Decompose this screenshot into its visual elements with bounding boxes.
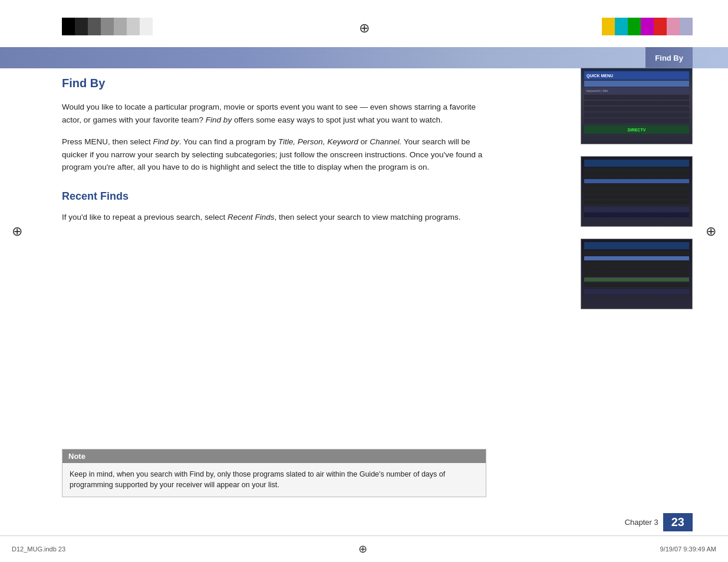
note-header: Note <box>62 449 486 463</box>
color-bar-mid-gray <box>101 18 114 35</box>
top-registration-area: ⊕ <box>0 6 728 47</box>
color-bars-left <box>62 18 153 35</box>
bottom-left-file-info: D12_MUG.indb 23 <box>12 546 65 553</box>
bottom-strip: D12_MUG.indb 23 ⊕ 9/19/07 9:39:49 AM <box>0 535 728 562</box>
find-by-title: Find By <box>62 77 486 90</box>
sidebar-image-find-by-menu: QUICK MENU keyword | title DIRECTV <box>581 68 693 144</box>
recent-finds-paragraph-1: If you'd like to repeat a previous searc… <box>62 211 486 224</box>
color-bar-lighter-gray <box>127 18 140 35</box>
sidebar-image-search-results-1 <box>581 156 693 227</box>
note-body: Keep in mind, when you search with Find … <box>62 463 486 497</box>
color-bar-gray <box>88 18 101 35</box>
bottom-right-timestamp: 9/19/07 9:39:49 AM <box>660 546 716 553</box>
header-band <box>0 47 728 68</box>
color-bar-light-gray <box>114 18 127 35</box>
right-sidebar: QUICK MENU keyword | title DIRECTV <box>581 68 693 318</box>
sidebar-image-search-results-2 <box>581 239 693 309</box>
color-bar-green <box>628 18 641 35</box>
color-bar-pink <box>667 18 680 35</box>
color-bar-red <box>654 18 667 35</box>
page-number: 23 <box>663 513 693 531</box>
chapter-label: Chapter 3 <box>625 518 663 527</box>
color-bar-light-blue <box>680 18 693 35</box>
color-bar-yellow <box>602 18 615 35</box>
recent-finds-title: Recent Finds <box>62 190 486 203</box>
chapter-page-area: Chapter 3 23 <box>625 513 693 531</box>
color-bar-cyan <box>615 18 628 35</box>
color-bar-dark-gray <box>75 18 88 35</box>
main-content-area: Find By Would you like to locate a parti… <box>62 77 486 233</box>
left-registration-mark: ⊕ <box>12 224 22 239</box>
right-registration-mark: ⊕ <box>706 224 716 239</box>
color-bar-near-white <box>140 18 153 35</box>
color-bar-magenta <box>641 18 654 35</box>
note-box: Note Keep in mind, when you search with … <box>62 449 486 498</box>
bottom-center-registration-mark: ⊕ <box>358 543 367 556</box>
header-band-title: Find By <box>645 47 693 68</box>
color-bar-black <box>62 18 75 35</box>
find-by-paragraph-1: Would you like to locate a particular pr… <box>62 101 486 126</box>
color-bars-right <box>602 18 693 35</box>
top-center-registration-mark: ⊕ <box>359 21 370 36</box>
find-by-paragraph-2: Press MENU, then select Find by. You can… <box>62 135 486 174</box>
